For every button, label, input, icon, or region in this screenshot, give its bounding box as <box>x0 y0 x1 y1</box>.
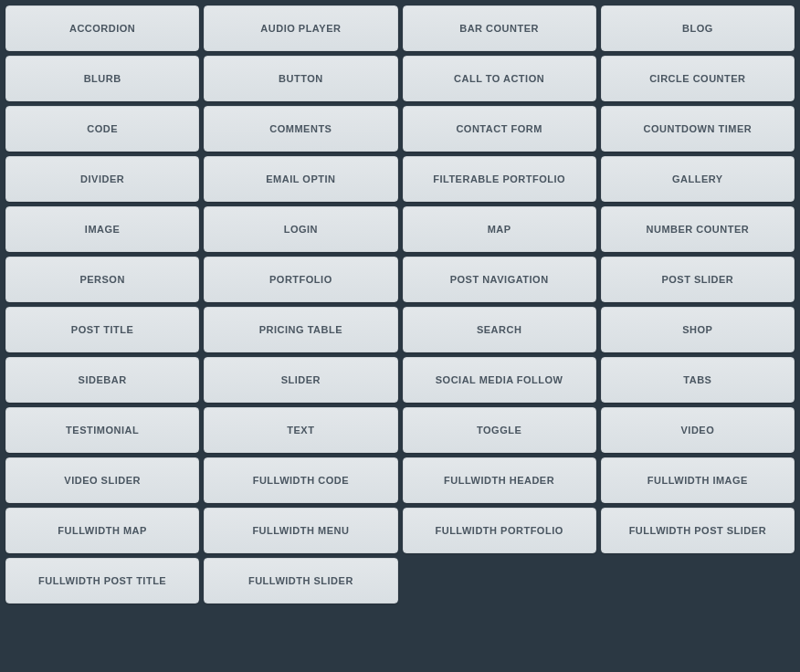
module-button-code[interactable]: CODE <box>5 106 199 152</box>
module-button-gallery[interactable]: GALLERY <box>601 156 795 202</box>
module-label: DIVIDER <box>80 173 124 184</box>
module-label: BLOG <box>682 23 713 34</box>
module-button-button[interactable]: BUTTON <box>204 56 397 101</box>
module-label: POST SLIDER <box>661 274 733 285</box>
module-label: TOGGLE <box>477 425 521 436</box>
module-label: TESTIMONIAL <box>66 425 139 436</box>
module-label: FULLWIDTH POST TITLE <box>38 575 166 586</box>
module-label: PORTFOLIO <box>269 274 332 285</box>
module-label: VIDEO SLIDER <box>64 475 141 486</box>
module-button-tabs[interactable]: TABS <box>601 357 795 403</box>
module-button-divider[interactable]: DIVIDER <box>5 156 199 202</box>
module-grid: ACCORDIONAUDIO PLAYERBAR COUNTERBLOGBLUR… <box>5 5 795 604</box>
module-button-login[interactable]: LOGIN <box>204 206 397 252</box>
module-button-image[interactable]: IMAGE <box>5 206 199 252</box>
module-button-fullwidth-code[interactable]: FULLWIDTH CODE <box>204 457 397 503</box>
module-label: CONTACT FORM <box>456 123 542 134</box>
module-button-post-navigation[interactable]: POST NAVIGATION <box>403 257 596 302</box>
module-label: CODE <box>87 123 118 134</box>
module-button-countdown-timer[interactable]: COUNTDOWN TIMER <box>601 106 795 152</box>
module-label: FULLWIDTH IMAGE <box>647 475 748 486</box>
module-button-slider[interactable]: SLIDER <box>204 357 397 403</box>
module-button-testimonial[interactable]: TESTIMONIAL <box>5 407 199 453</box>
module-label: NUMBER COUNTER <box>647 224 750 235</box>
module-button-sidebar[interactable]: SIDEBAR <box>5 357 199 403</box>
module-button-email-optin[interactable]: EMAIL OPTIN <box>204 156 397 202</box>
module-button-fullwidth-map[interactable]: FULLWIDTH MAP <box>5 508 199 553</box>
module-button-fullwidth-post-slider[interactable]: FULLWIDTH POST SLIDER <box>601 508 795 553</box>
module-label: FULLWIDTH MAP <box>58 525 147 536</box>
module-button-fullwidth-portfolio[interactable]: FULLWIDTH PORTFOLIO <box>403 508 596 553</box>
module-button-blog[interactable]: BLOG <box>601 5 795 51</box>
module-button-pricing-table[interactable]: PRICING TABLE <box>204 307 397 352</box>
module-label: SOCIAL MEDIA FOLLOW <box>436 374 563 385</box>
module-button-blurb[interactable]: BLURB <box>5 56 199 101</box>
module-label: VIDEO <box>681 425 715 436</box>
module-button-toggle[interactable]: TOGGLE <box>403 407 596 453</box>
module-label: BAR COUNTER <box>459 23 539 34</box>
module-label: SEARCH <box>477 324 521 335</box>
module-button-search[interactable]: SEARCH <box>403 307 596 352</box>
module-button-call-to-action[interactable]: CALL TO ACTION <box>403 56 596 101</box>
module-label: AUDIO PLAYER <box>260 23 341 34</box>
module-label: CALL TO ACTION <box>454 73 544 84</box>
module-button-video-slider[interactable]: VIDEO SLIDER <box>5 457 199 503</box>
module-label: PRICING TABLE <box>259 324 342 335</box>
module-label: FILTERABLE PORTFOLIO <box>433 173 565 184</box>
module-label: FULLWIDTH PORTFOLIO <box>435 525 563 536</box>
module-button-fullwidth-post-title[interactable]: FULLWIDTH POST TITLE <box>5 558 199 604</box>
module-button-accordion[interactable]: ACCORDION <box>5 5 199 51</box>
module-button-shop[interactable]: SHOP <box>601 307 795 352</box>
module-label: BLURB <box>84 73 121 84</box>
module-button-portfolio[interactable]: PORTFOLIO <box>204 257 397 302</box>
module-label: GALLERY <box>672 173 723 184</box>
module-label: COUNTDOWN TIMER <box>644 123 753 134</box>
module-label: PERSON <box>79 274 124 285</box>
module-label: FULLWIDTH POST SLIDER <box>629 525 766 536</box>
module-label: ACCORDION <box>69 23 135 34</box>
module-label: MAP <box>488 224 511 235</box>
module-label: COMMENTS <box>269 123 332 134</box>
module-button-fullwidth-slider[interactable]: FULLWIDTH SLIDER <box>204 558 397 604</box>
module-button-post-slider[interactable]: POST SLIDER <box>601 257 795 302</box>
module-button-map[interactable]: MAP <box>403 206 596 252</box>
module-label: SIDEBAR <box>79 374 127 385</box>
module-button-circle-counter[interactable]: CIRCLE COUNTER <box>601 56 795 101</box>
module-label: TEXT <box>287 425 314 436</box>
module-label: FULLWIDTH HEADER <box>444 475 554 486</box>
module-label: FULLWIDTH MENU <box>252 525 349 536</box>
module-button-social-media-follow[interactable]: SOCIAL MEDIA FOLLOW <box>403 357 596 403</box>
module-button-comments[interactable]: COMMENTS <box>204 106 397 152</box>
module-label: LOGIN <box>284 224 318 235</box>
module-button-video[interactable]: VIDEO <box>601 407 795 453</box>
module-button-bar-counter[interactable]: BAR COUNTER <box>403 5 596 51</box>
module-label: EMAIL OPTIN <box>266 173 335 184</box>
module-label: IMAGE <box>85 224 121 235</box>
module-button-contact-form[interactable]: CONTACT FORM <box>403 106 596 152</box>
module-label: SHOP <box>682 324 712 335</box>
module-label: TABS <box>683 374 711 385</box>
module-label: BUTTON <box>279 73 323 84</box>
module-label: CIRCLE COUNTER <box>649 73 745 84</box>
module-label: FULLWIDTH SLIDER <box>248 575 353 586</box>
module-label: POST TITLE <box>71 324 134 335</box>
module-button-post-title[interactable]: POST TITLE <box>5 307 199 352</box>
module-button-person[interactable]: PERSON <box>5 257 199 302</box>
module-label: SLIDER <box>281 374 321 385</box>
module-button-fullwidth-image[interactable]: FULLWIDTH IMAGE <box>601 457 795 503</box>
module-label: FULLWIDTH CODE <box>253 475 349 486</box>
module-label: POST NAVIGATION <box>450 274 549 285</box>
module-button-number-counter[interactable]: NUMBER COUNTER <box>601 206 795 252</box>
module-button-fullwidth-menu[interactable]: FULLWIDTH MENU <box>204 508 397 553</box>
module-button-text[interactable]: TEXT <box>204 407 397 453</box>
module-button-filterable-portfolio[interactable]: FILTERABLE PORTFOLIO <box>403 156 596 202</box>
module-button-fullwidth-header[interactable]: FULLWIDTH HEADER <box>403 457 596 503</box>
module-button-audio-player[interactable]: AUDIO PLAYER <box>204 5 397 51</box>
